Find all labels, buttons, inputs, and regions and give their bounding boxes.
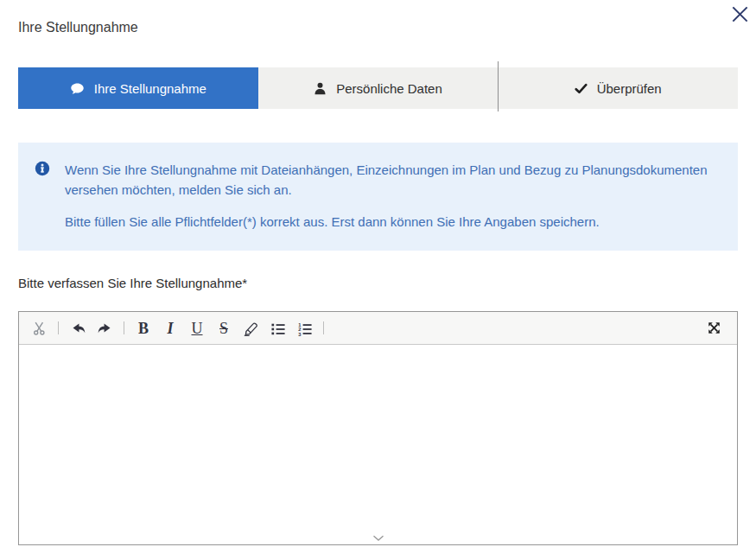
- statement-label: Bitte verfassen Sie Ihre Stellungnahme*: [18, 275, 738, 291]
- close-icon[interactable]: [727, 2, 752, 26]
- underline-label: U: [192, 321, 203, 336]
- remove-format-icon[interactable]: [238, 315, 264, 341]
- info-circle-icon: [35, 161, 50, 232]
- statement-dialog: Ihre Stellungnahme Ihre Stellungnahme Pe…: [0, 0, 756, 547]
- undo-icon[interactable]: [65, 315, 91, 341]
- check-icon: [575, 83, 588, 94]
- tab-label: Überprüfen: [597, 81, 662, 96]
- wizard-tabs: Ihre Stellungnahme Persönliche Daten Übe…: [18, 67, 738, 109]
- redo-icon[interactable]: [92, 315, 118, 341]
- underline-button[interactable]: U: [184, 315, 210, 341]
- toolbar-separator: [323, 321, 324, 334]
- svg-text:3: 3: [298, 331, 301, 335]
- toolbar-separator: [58, 321, 59, 334]
- editor-toolbar: B I U S: [19, 312, 737, 345]
- strikethrough-button[interactable]: S: [211, 315, 237, 341]
- info-box: Wenn Sie Ihre Stellungnahme mit Dateianh…: [18, 143, 738, 251]
- tab-ueberpruefen[interactable]: Überprüfen: [498, 67, 738, 109]
- editor-content-area: [19, 345, 737, 544]
- info-text: Wenn Sie Ihre Stellungnahme mit Dateianh…: [65, 160, 717, 232]
- tab-label: Ihre Stellungnahme: [94, 81, 206, 96]
- chevron-down-icon[interactable]: [372, 535, 384, 542]
- rich-text-editor: B I U S: [18, 311, 738, 545]
- page-title: Ihre Stellungnahme: [18, 20, 738, 35]
- italic-button[interactable]: I: [157, 315, 183, 341]
- bold-label: B: [138, 321, 149, 336]
- maximize-icon[interactable]: [701, 315, 727, 341]
- toolbar-separator: [124, 321, 124, 334]
- tab-persoenliche-daten[interactable]: Persönliche Daten: [258, 67, 499, 109]
- bold-button[interactable]: B: [130, 315, 156, 341]
- info-paragraph: Wenn Sie Ihre Stellungnahme mit Dateianh…: [65, 160, 717, 200]
- cut-icon[interactable]: [26, 315, 52, 341]
- comment-icon: [70, 82, 85, 95]
- numbered-list-icon[interactable]: 1 2 3: [291, 315, 317, 341]
- statement-textarea[interactable]: [19, 345, 737, 544]
- bulleted-list-icon[interactable]: [264, 315, 290, 341]
- italic-label: I: [167, 321, 173, 336]
- user-icon: [314, 81, 327, 95]
- strikethrough-label: S: [219, 321, 228, 336]
- info-paragraph: Bitte füllen Sie alle Pflichtfelder(*) k…: [65, 212, 717, 232]
- tab-divider: [498, 61, 499, 111]
- tab-ihre-stellungnahme[interactable]: Ihre Stellungnahme: [18, 67, 258, 109]
- tab-label: Persönliche Daten: [336, 81, 442, 96]
